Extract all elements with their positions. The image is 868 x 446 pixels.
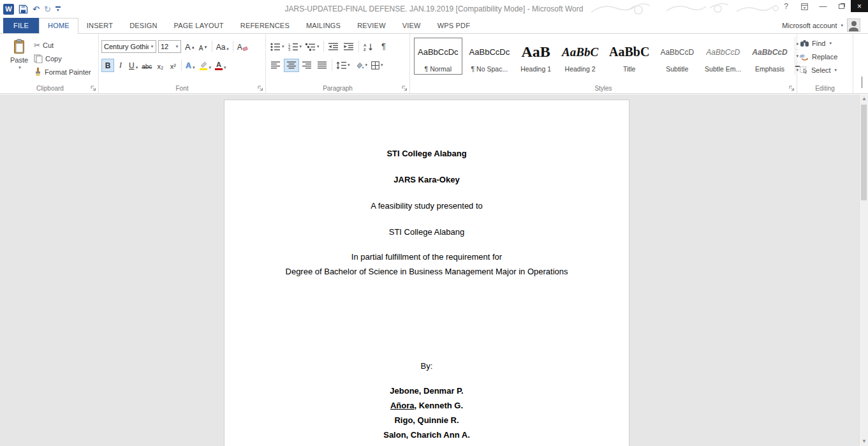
font-group: Century Gothic ▾ 12 ▾ A▲ A▼ Aa▾ A B I U▾… bbox=[99, 34, 266, 93]
subscript-button[interactable]: x₂ bbox=[154, 59, 166, 72]
font-dialog-launcher-icon[interactable] bbox=[258, 85, 263, 91]
replace-icon: ab bbox=[800, 53, 809, 61]
chevron-down-icon[interactable]: ▾ bbox=[224, 65, 226, 70]
chevron-down-icon[interactable]: ▾ bbox=[209, 65, 212, 70]
copy-button[interactable]: Copy bbox=[34, 54, 91, 64]
editing-group: Find ▾ ab Replace Select ▾ Editing bbox=[797, 34, 853, 93]
chevron-down-icon[interactable]: ▾ bbox=[829, 41, 832, 46]
minimize-icon[interactable]: — bbox=[814, 0, 832, 13]
chevron-down-icon[interactable]: ▾ bbox=[348, 63, 350, 68]
text-highlight-button[interactable]: ▾ bbox=[197, 59, 214, 72]
svg-text:A: A bbox=[364, 43, 367, 47]
vertical-scrollbar[interactable]: ▲ ▼ bbox=[859, 94, 868, 446]
tab-home[interactable]: HOME bbox=[39, 18, 78, 34]
font-size-select[interactable]: 12 ▾ bbox=[158, 40, 181, 53]
text-effects-button[interactable]: A▾ bbox=[184, 59, 196, 72]
tab-design[interactable]: DESIGN bbox=[121, 18, 165, 33]
sort-button[interactable]: AZ bbox=[361, 40, 376, 54]
increase-indent-button[interactable] bbox=[341, 40, 357, 54]
document-area[interactable]: STI College Alabang JARS Kara-Okey A fea… bbox=[0, 94, 868, 446]
tab-insert[interactable]: INSERT bbox=[78, 18, 121, 33]
tab-page-layout[interactable]: PAGE LAYOUT bbox=[166, 18, 232, 33]
bullets-button[interactable]: ▾ bbox=[268, 40, 286, 54]
style-no-spacing[interactable]: AaBbCcDc ¶ No Spac... bbox=[466, 38, 514, 75]
chevron-down-icon[interactable]: ▾ bbox=[317, 44, 320, 49]
chevron-down-icon[interactable]: ▾ bbox=[149, 44, 156, 49]
editing-group-label: Editing bbox=[797, 85, 853, 92]
italic-button[interactable]: I bbox=[114, 59, 127, 72]
superscript-button[interactable]: x² bbox=[166, 59, 179, 72]
scroll-down-icon[interactable]: ▼ bbox=[860, 437, 868, 446]
chevron-down-icon[interactable]: ▾ bbox=[835, 68, 837, 73]
strikethrough-button[interactable]: abc bbox=[140, 59, 154, 72]
chevron-down-icon[interactable]: ▾ bbox=[365, 63, 368, 68]
paste-button[interactable]: Paste ▾ bbox=[4, 36, 34, 82]
tab-view[interactable]: VIEW bbox=[394, 18, 429, 33]
ribbon-display-options-icon[interactable] bbox=[795, 0, 814, 13]
style-normal[interactable]: AaBbCcDc ¶ Normal bbox=[414, 38, 462, 75]
style-emphasis[interactable]: AaBbCcD Emphasis bbox=[748, 38, 791, 75]
grow-font-button[interactable]: A▲ bbox=[183, 40, 197, 54]
scroll-up-icon[interactable]: ▲ bbox=[860, 94, 868, 103]
document-page[interactable]: STI College Alabang JARS Kara-Okey A fea… bbox=[224, 100, 629, 446]
clear-formatting-button[interactable]: A bbox=[235, 40, 249, 54]
shading-button[interactable]: ▾ bbox=[352, 59, 370, 72]
scrollbar-thumb[interactable] bbox=[861, 105, 867, 200]
collapse-ribbon-button[interactable] bbox=[862, 77, 862, 89]
select-button[interactable]: Select ▾ bbox=[800, 65, 851, 75]
styles-dialog-launcher-icon[interactable] bbox=[789, 85, 795, 91]
shrink-font-button[interactable]: A▼ bbox=[197, 40, 210, 54]
borders-button[interactable]: ▾ bbox=[369, 59, 385, 72]
format-painter-button[interactable]: Format Painter bbox=[34, 67, 91, 77]
align-right-button[interactable] bbox=[299, 59, 314, 72]
tab-references[interactable]: REFERENCES bbox=[232, 18, 298, 33]
tab-file[interactable]: FILE bbox=[3, 18, 39, 33]
tab-mailings[interactable]: MAILINGS bbox=[298, 18, 349, 33]
font-family-select[interactable]: Century Gothic ▾ bbox=[101, 40, 156, 53]
decrease-indent-button[interactable] bbox=[326, 40, 341, 54]
tab-review[interactable]: REVIEW bbox=[349, 18, 394, 33]
help-icon[interactable]: ? bbox=[777, 0, 795, 13]
avatar[interactable] bbox=[847, 19, 860, 32]
align-center-button[interactable] bbox=[284, 59, 299, 72]
show-hide-paragraph-button[interactable]: ¶ bbox=[376, 40, 392, 54]
style-name: Heading 2 bbox=[565, 65, 596, 73]
justify-button[interactable] bbox=[314, 59, 330, 72]
chevron-down-icon[interactable]: ▾ bbox=[282, 44, 284, 49]
restore-icon[interactable] bbox=[832, 0, 851, 13]
style-heading-2[interactable]: AaBbC Heading 2 bbox=[558, 38, 602, 75]
close-icon[interactable]: × bbox=[851, 0, 868, 12]
line-spacing-button[interactable]: ▾ bbox=[334, 59, 352, 72]
clipboard-dialog-launcher-icon[interactable] bbox=[91, 85, 96, 91]
paste-dropdown-icon[interactable]: ▾ bbox=[18, 65, 21, 70]
bold-button[interactable]: B bbox=[101, 59, 114, 72]
microsoft-account-menu[interactable]: Microsoft account ▾ bbox=[782, 18, 843, 33]
underline-button[interactable]: U▾ bbox=[127, 59, 140, 72]
chevron-down-icon[interactable]: ▾ bbox=[300, 44, 302, 49]
paragraph-dialog-launcher-icon[interactable] bbox=[402, 85, 408, 91]
multilevel-list-button[interactable]: ▾ bbox=[304, 40, 321, 54]
document-content: STI College Alabang JARS Kara-Okey A fea… bbox=[224, 100, 629, 442]
align-left-button[interactable] bbox=[268, 59, 284, 72]
chevron-down-icon[interactable]: ▾ bbox=[173, 44, 180, 49]
font-size-value: 12 bbox=[159, 43, 173, 50]
style-preview: AaBbC bbox=[609, 39, 649, 65]
chevron-down-icon[interactable]: ▾ bbox=[381, 63, 383, 68]
style-subtitle[interactable]: AaBbCcD Subtitle bbox=[656, 38, 698, 75]
sort-icon: AZ bbox=[364, 43, 374, 51]
chevron-down-icon[interactable]: ▾ bbox=[136, 65, 138, 70]
style-title[interactable]: AaBbC Title bbox=[605, 38, 653, 75]
cut-button[interactable]: ✂ Cut bbox=[34, 40, 91, 50]
tab-wps-pdf[interactable]: WPS PDF bbox=[429, 18, 479, 33]
style-heading-1[interactable]: AaB Heading 1 bbox=[517, 38, 555, 75]
change-case-button[interactable]: Aa▾ bbox=[214, 40, 231, 54]
scissors-icon: ✂ bbox=[34, 41, 40, 50]
chevron-down-icon[interactable]: ▾ bbox=[193, 65, 195, 70]
style-subtle-emphasis[interactable]: AaBbCcD Subtle Em... bbox=[701, 38, 745, 75]
style-preview: AaBbCcDc bbox=[418, 39, 459, 65]
font-color-button[interactable]: A ▾ bbox=[213, 59, 228, 72]
numbering-button[interactable]: 1.2.3. ▾ bbox=[286, 40, 304, 54]
doc-line: Salon, Charich Ann A. bbox=[224, 427, 629, 442]
find-button[interactable]: Find ▾ bbox=[800, 38, 851, 48]
replace-button[interactable]: ab Replace bbox=[800, 52, 851, 62]
